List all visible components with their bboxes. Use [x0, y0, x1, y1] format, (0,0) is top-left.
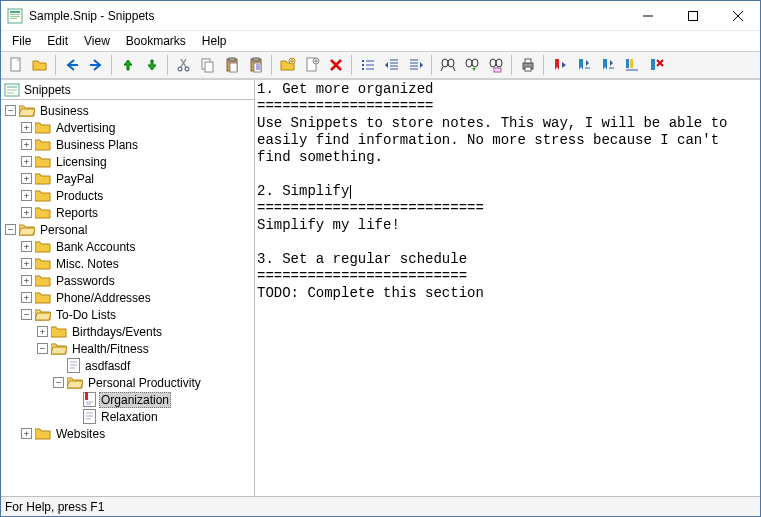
tree-node-websites[interactable]: + Websites — [1, 425, 254, 442]
expand-toggle[interactable]: + — [21, 156, 32, 167]
tree-node-business-plans[interactable]: + Business Plans — [1, 136, 254, 153]
bookmark-clear-button[interactable] — [644, 54, 667, 76]
expand-toggle[interactable]: − — [5, 105, 16, 116]
node-label: Reports — [54, 206, 100, 220]
svg-point-51 — [472, 59, 478, 67]
close-button[interactable] — [715, 1, 760, 30]
expand-toggle[interactable]: − — [37, 343, 48, 354]
expand-toggle[interactable]: + — [21, 428, 32, 439]
main-window: Sample.Snip - Snippets File Edit View Bo… — [0, 0, 761, 517]
node-label: Personal — [38, 223, 89, 237]
menu-edit[interactable]: Edit — [40, 33, 75, 49]
tree-node-bank-accounts[interactable]: + Bank Accounts — [1, 238, 254, 255]
bookmark-next-button[interactable] — [596, 54, 619, 76]
editor-textarea[interactable]: 1. Get more organized ==================… — [255, 80, 760, 496]
expand-toggle[interactable]: − — [53, 377, 64, 388]
new-folder-button[interactable] — [276, 54, 299, 76]
toolbar-separator — [543, 55, 544, 75]
delete-button[interactable] — [324, 54, 347, 76]
find-next-button[interactable] — [460, 54, 483, 76]
expand-toggle[interactable]: + — [21, 173, 32, 184]
bookmark-red-button[interactable] — [548, 54, 571, 76]
bookmark-prev-button[interactable] — [572, 54, 595, 76]
down-button[interactable] — [140, 54, 163, 76]
editor-line: Simplify my life! — [257, 217, 400, 233]
maximize-button[interactable] — [670, 1, 715, 30]
replace-button[interactable] — [484, 54, 507, 76]
editor-line: Use Snippets to store notes. This way, I… — [257, 115, 736, 165]
back-button[interactable] — [60, 54, 83, 76]
tree-node-reports[interactable]: + Reports — [1, 204, 254, 221]
svg-point-10 — [178, 67, 182, 71]
indent-button[interactable] — [404, 54, 427, 76]
menu-bookmarks[interactable]: Bookmarks — [119, 33, 193, 49]
node-label: Products — [54, 189, 105, 203]
menu-help[interactable]: Help — [195, 33, 234, 49]
toolbar-separator — [431, 55, 432, 75]
expand-toggle[interactable]: + — [21, 122, 32, 133]
expand-toggle[interactable]: − — [5, 224, 16, 235]
svg-rect-63 — [626, 59, 629, 68]
cut-button[interactable] — [172, 54, 195, 76]
new-doc-button[interactable] — [300, 54, 323, 76]
folder-icon — [35, 257, 51, 270]
paste-button[interactable] — [220, 54, 243, 76]
expand-toggle[interactable]: + — [21, 275, 32, 286]
tree-node-business[interactable]: − Business — [1, 102, 254, 119]
tree-node-licensing[interactable]: + Licensing — [1, 153, 254, 170]
tree-node-relaxation[interactable]: Relaxation — [1, 408, 254, 425]
toolbar-separator — [111, 55, 112, 75]
tree-node-health-fitness[interactable]: − Health/Fitness — [1, 340, 254, 357]
node-label: Websites — [54, 427, 107, 441]
tree-header: Snippets — [1, 80, 254, 100]
find-button[interactable] — [436, 54, 459, 76]
svg-point-46 — [442, 59, 448, 67]
svg-rect-1 — [10, 11, 20, 13]
document-icon — [83, 409, 96, 424]
tree-node-paypal[interactable]: + PayPal — [1, 170, 254, 187]
tree-node-passwords[interactable]: + Passwords — [1, 272, 254, 289]
outdent-button[interactable] — [380, 54, 403, 76]
forward-button[interactable] — [84, 54, 107, 76]
new-file-button[interactable] — [4, 54, 27, 76]
folder-open-icon — [35, 308, 51, 321]
menu-file[interactable]: File — [5, 33, 38, 49]
tree-node-personal[interactable]: − Personal — [1, 221, 254, 238]
expand-toggle[interactable]: + — [21, 292, 32, 303]
open-folder-button[interactable] — [28, 54, 51, 76]
tree-node-asdfasdf[interactable]: asdfasdf — [1, 357, 254, 374]
folder-icon — [35, 291, 51, 304]
up-button[interactable] — [116, 54, 139, 76]
tree-node-birthdays-events[interactable]: + Birthdays/Events — [1, 323, 254, 340]
tree-node-products[interactable]: + Products — [1, 187, 254, 204]
expand-toggle[interactable]: + — [37, 326, 48, 337]
svg-rect-34 — [362, 68, 364, 70]
expand-toggle[interactable]: + — [21, 190, 32, 201]
svg-rect-4 — [10, 18, 17, 19]
expand-toggle[interactable]: + — [21, 258, 32, 269]
node-label: Advertising — [54, 121, 117, 135]
tree-node-organization[interactable]: Organization — [1, 391, 254, 408]
expand-toggle[interactable]: + — [21, 207, 32, 218]
list-button[interactable] — [356, 54, 379, 76]
tree-node-personal-productivity[interactable]: − Personal Productivity — [1, 374, 254, 391]
copy-button[interactable] — [196, 54, 219, 76]
expand-toggle[interactable]: + — [21, 139, 32, 150]
print-button[interactable] — [516, 54, 539, 76]
expand-spacer — [69, 411, 80, 422]
bookmark-list-button[interactable] — [620, 54, 643, 76]
tree-node-advertising[interactable]: + Advertising — [1, 119, 254, 136]
tree-body[interactable]: − Business + Advertising + Business Plan… — [1, 100, 254, 496]
folder-icon — [51, 325, 67, 338]
svg-rect-56 — [525, 59, 531, 63]
minimize-button[interactable] — [625, 1, 670, 30]
paste-special-button[interactable] — [244, 54, 267, 76]
tree-node-misc-notes[interactable]: + Misc. Notes — [1, 255, 254, 272]
expand-toggle[interactable]: − — [21, 309, 32, 320]
tree-node-todo-lists[interactable]: − To-Do Lists — [1, 306, 254, 323]
document-bookmark-icon — [83, 392, 96, 407]
expand-toggle[interactable]: + — [21, 241, 32, 252]
menu-view[interactable]: View — [77, 33, 117, 49]
tree-node-phone-addresses[interactable]: + Phone/Addresses — [1, 289, 254, 306]
folder-open-icon — [19, 223, 35, 236]
